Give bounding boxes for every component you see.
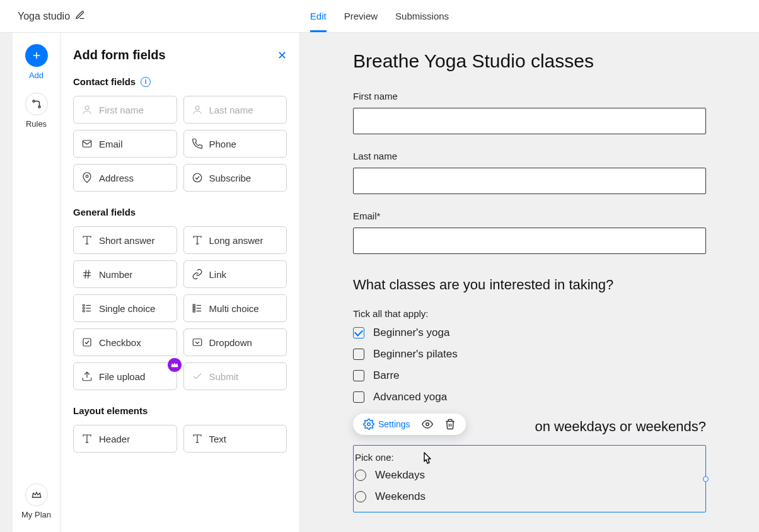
field-submit[interactable]: Submit [183, 362, 287, 390]
svg-rect-6 [83, 141, 91, 147]
toolbar-delete-button[interactable] [444, 419, 456, 430]
field-last-name[interactable]: Last name [183, 96, 287, 124]
svg-point-2 [33, 100, 35, 102]
field-long-answer[interactable]: Long answer [183, 226, 287, 254]
toolbar-settings-button[interactable]: Settings [363, 419, 410, 430]
radio-icon [355, 470, 366, 481]
selected-field-block[interactable]: Pick one: Weekdays Weekends [353, 445, 706, 512]
field-phone[interactable]: Phone [183, 130, 287, 158]
svg-rect-29 [83, 338, 91, 346]
rail-add-label: Add [29, 71, 43, 80]
tab-edit[interactable]: Edit [310, 0, 327, 32]
workspace: Add Rules My Plan Add form fields ✕ Cont… [0, 33, 759, 532]
close-icon[interactable]: ✕ [277, 49, 287, 62]
field-multi-choice[interactable]: Multi choice [183, 294, 287, 322]
toolbar-settings-label: Settings [378, 419, 410, 429]
svg-point-5 [195, 106, 199, 110]
field-dropdown[interactable]: Dropdown [183, 328, 287, 356]
svg-point-7 [86, 175, 88, 178]
radio-option[interactable]: Weekdays [354, 469, 705, 482]
section-layout-elements: Layout elements [73, 405, 287, 416]
label-first-name: First name [353, 91, 706, 101]
field-first-name[interactable]: First name [73, 96, 177, 124]
rail-rules-label: Rules [26, 119, 47, 129]
label-last-name: Last name [353, 151, 706, 161]
svg-point-3 [38, 106, 40, 108]
checkbox-icon [353, 327, 364, 338]
svg-rect-27 [193, 310, 195, 312]
field-text[interactable]: Text [183, 425, 287, 453]
field-file-upload[interactable]: File upload [73, 362, 177, 390]
field-checkbox[interactable]: Checkbox [73, 328, 177, 356]
tab-submissions[interactable]: Submissions [395, 0, 449, 32]
plus-icon [25, 44, 48, 67]
question-days-helper: Pick one: [354, 452, 705, 463]
svg-point-36 [368, 423, 371, 426]
field-subscribe[interactable]: Subscribe [183, 164, 287, 192]
field-toolbar: Settings [353, 413, 466, 435]
pencil-icon [75, 10, 85, 23]
input-last-name[interactable] [353, 168, 706, 194]
rail-my-plan-label: My Plan [21, 510, 51, 519]
form-name-editor[interactable]: Yoga studio [18, 10, 85, 23]
question-classes-helper: Tick all that apply: [353, 308, 706, 319]
checkbox-option[interactable]: Advanced yoga [353, 391, 706, 403]
field-number[interactable]: Number [73, 260, 177, 288]
checkbox-icon [353, 370, 364, 381]
resize-handle-icon[interactable] [703, 476, 709, 482]
tab-preview[interactable]: Preview [344, 0, 378, 32]
section-general-fields: General fields [73, 207, 287, 217]
premium-badge-icon [168, 358, 182, 372]
rail-my-plan-button[interactable]: My Plan [21, 483, 51, 519]
svg-rect-30 [193, 339, 202, 346]
form-canvas: Breathe Yoga Studio classes First name L… [300, 33, 759, 532]
crown-icon [25, 483, 48, 506]
svg-point-4 [85, 106, 89, 110]
svg-rect-23 [193, 304, 195, 306]
field-short-answer[interactable]: Short answer [73, 226, 177, 254]
svg-rect-25 [193, 308, 195, 309]
top-bar: Yoga studio Edit Preview Submissions [0, 0, 759, 33]
form-name-text: Yoga studio [18, 11, 70, 22]
input-first-name[interactable] [353, 108, 706, 134]
toolbar-visibility-button[interactable] [422, 419, 433, 430]
rail-add-button[interactable]: Add [25, 44, 48, 80]
field-address[interactable]: Address [73, 164, 177, 192]
field-email[interactable]: Email [73, 130, 177, 158]
input-email[interactable] [353, 228, 706, 254]
checkbox-option[interactable]: Barre [353, 369, 706, 382]
checkbox-icon [353, 349, 364, 360]
form-title[interactable]: Breathe Yoga Studio classes [353, 50, 706, 72]
radio-icon [355, 491, 366, 502]
radio-option[interactable]: Weekends [354, 490, 705, 503]
label-email: Email* [353, 211, 706, 221]
svg-line-16 [88, 270, 90, 279]
field-link[interactable]: Link [183, 260, 287, 288]
rail-rules-button[interactable]: Rules [25, 93, 48, 129]
svg-point-21 [83, 310, 84, 312]
add-fields-panel: Add form fields ✕ Contact fields i First… [61, 33, 300, 532]
checkbox-option[interactable]: Beginner's yoga [353, 327, 706, 339]
rules-icon [25, 93, 48, 115]
checkbox-option[interactable]: Beginner's pilates [353, 348, 706, 361]
field-single-choice[interactable]: Single choice [73, 294, 177, 322]
svg-line-15 [85, 270, 86, 279]
svg-point-19 [83, 308, 84, 309]
svg-point-37 [426, 423, 429, 426]
question-classes-heading[interactable]: What classes are you interested in takin… [353, 277, 706, 293]
tabs: Edit Preview Submissions [310, 0, 449, 32]
left-rail: Add Rules My Plan [13, 33, 61, 532]
svg-point-17 [83, 304, 84, 306]
field-header[interactable]: Header [73, 425, 177, 453]
section-contact-fields: Contact fields i [73, 76, 287, 87]
svg-point-8 [193, 173, 202, 182]
panel-title: Add form fields [73, 48, 166, 62]
info-icon[interactable]: i [141, 77, 151, 87]
checkbox-icon [353, 391, 364, 403]
